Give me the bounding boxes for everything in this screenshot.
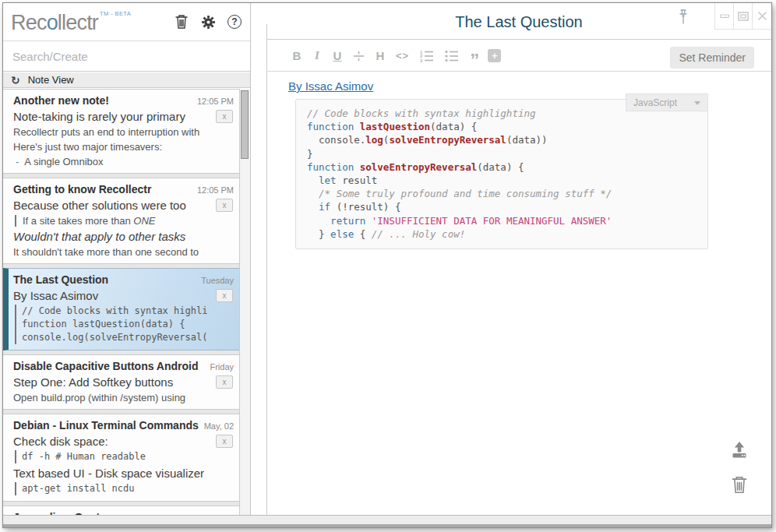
help-question-glyph: ? xyxy=(228,15,242,29)
editor-panel: The Last Question BIUH<>123”+ xyxy=(266,3,771,515)
note-head: Disable Capacitive Buttons AndroidFriday xyxy=(13,360,234,372)
code-line: function lastQuestion(data) { xyxy=(307,120,697,133)
logo-accent-o: o xyxy=(47,11,58,34)
settings-gear-icon[interactable] xyxy=(199,13,217,30)
code-line: let result xyxy=(307,174,697,187)
note-card[interactable]: Debian - Linux Terminal CommandsMay, 02C… xyxy=(3,414,240,502)
note-card[interactable]: Disable Capacitive Buttons AndroidFriday… xyxy=(3,354,240,410)
note-preview-line: console.log(solveEntropyReversal( xyxy=(15,331,234,344)
code-line: } xyxy=(307,147,697,160)
heading-button[interactable]: H xyxy=(373,48,387,64)
note-preview-line: Open build.prop (within /system) using xyxy=(13,392,234,403)
note-title: Getting to know Recollectr xyxy=(13,183,151,196)
code-language-select[interactable]: JavaScript xyxy=(626,93,708,111)
sidebar-scrollbar-thumb[interactable] xyxy=(241,90,249,159)
sidebar-header: RecollectrTM - BETA xyxy=(3,3,250,41)
note-card-selected[interactable]: The Last QuestionTuesdayBy Issac Asimovx… xyxy=(3,268,240,351)
unordered-list-button[interactable] xyxy=(443,48,461,64)
sidebar: RecollectrTM - BETA xyxy=(3,3,251,515)
note-title: Debian - Linux Terminal Commands xyxy=(13,419,199,432)
note-preview-line: By Issac Asimovx xyxy=(13,289,234,302)
help-icon[interactable]: ? xyxy=(226,13,243,30)
note-timestamp: Tuesday xyxy=(201,276,234,285)
add-block-button[interactable]: + xyxy=(488,49,501,62)
window-bottom-bar xyxy=(3,515,771,527)
strikethrough-button[interactable] xyxy=(351,48,367,64)
note-preview-line: Check disk space:x xyxy=(13,435,234,448)
note-preview-line: Recollectr puts an end to interruption w… xyxy=(13,126,234,138)
note-card[interactable]: Another new note!12:05 PMNote-taking is … xyxy=(3,89,240,174)
logo-beta-tag: TM - BETA xyxy=(100,10,131,17)
set-reminder-button[interactable]: Set Reminder xyxy=(670,47,754,69)
code-line: console.log(solveEntropyReversal(data)) xyxy=(307,133,697,146)
code-block[interactable]: JavaScript // Code blocks with syntax hi… xyxy=(295,99,708,249)
bold-button[interactable]: B xyxy=(290,48,304,64)
note-title: The Last Question xyxy=(13,273,108,286)
code-line: return 'INSUFFICIENT DATA FOR MEANINGFUL… xyxy=(307,214,697,227)
note-head: Another new note!12:05 PM xyxy=(13,94,234,107)
code-line: if (!result) { xyxy=(307,200,697,213)
note-close-button[interactable]: x xyxy=(216,289,233,302)
export-upload-icon[interactable] xyxy=(729,441,750,461)
trash-icon[interactable] xyxy=(173,13,190,30)
logo-text-rest: llectr xyxy=(58,11,98,34)
sidebar-scrollbar[interactable] xyxy=(239,89,250,515)
editor-header: The Last Question xyxy=(266,3,771,40)
note-preview-line: // Code blocks with syntax highli xyxy=(15,305,234,318)
note-card[interactable]: Journalism QuotesMay, 01Currently Up: Gl… xyxy=(3,506,240,515)
underline-button[interactable]: U xyxy=(330,48,344,64)
note-timestamp: 12:05 PM xyxy=(197,97,234,106)
italic-button[interactable]: I xyxy=(310,48,324,64)
page-title: The Last Question xyxy=(266,13,771,31)
note-head: Getting to know Recollectr12:05 PM xyxy=(13,183,234,196)
note-preview-line: function lastQuestion(data) { xyxy=(15,318,234,331)
code-line: } else { // ... Holy cow! xyxy=(307,227,697,241)
svg-text:3: 3 xyxy=(420,58,423,62)
note-preview-line: Wouldn't that apply to other tasks xyxy=(13,230,234,243)
app-window: RecollectrTM - BETA xyxy=(2,2,772,528)
note-preview-line: df -h # Human readable xyxy=(15,450,234,463)
note-close-button[interactable]: x xyxy=(216,375,233,389)
delete-note-trash-icon[interactable] xyxy=(731,475,748,497)
note-preview-line: If a site takes more than ONE xyxy=(15,215,234,227)
note-preview-line: Note-taking is rarely your primaryx xyxy=(13,110,234,123)
byline-link[interactable]: By Issac Asimov xyxy=(288,79,373,93)
note-preview-line: Step One: Add Softkey buttonsx xyxy=(13,375,234,389)
code-lines: // Code blocks with syntax highlightingf… xyxy=(307,107,697,241)
note-timestamp: Friday xyxy=(210,362,234,372)
note-preview-line: Text based UI - Disk space visualizer xyxy=(13,467,234,480)
maximize-icon[interactable] xyxy=(734,3,753,29)
note-head: The Last QuestionTuesday xyxy=(13,273,234,286)
note-preview-line: Here's just two major timesavers: xyxy=(13,141,234,153)
note-preview-line: -A single Omnibox xyxy=(13,156,234,167)
notes-list: Another new note!12:05 PMNote-taking is … xyxy=(3,89,240,515)
refresh-icon[interactable]: ↻ xyxy=(11,75,20,86)
note-preview-line: apt-get install ncdu xyxy=(15,482,234,495)
close-icon[interactable] xyxy=(753,3,771,29)
toolbar-buttons: BIUH<>123”+ xyxy=(290,48,501,64)
search-input[interactable] xyxy=(3,42,251,72)
note-title: Another new note! xyxy=(13,94,109,107)
note-close-button[interactable]: x xyxy=(216,110,233,123)
app-logo: RecollectrTM - BETA xyxy=(11,10,131,35)
code-language-value: JavaScript xyxy=(633,97,677,108)
chevron-down-icon xyxy=(694,101,700,105)
note-close-button[interactable]: x xyxy=(216,435,233,448)
note-view-bar[interactable]: ↻ Note View xyxy=(3,72,250,88)
ordered-list-button[interactable]: 123 xyxy=(418,48,436,64)
note-head: Debian - Linux Terminal CommandsMay, 02 xyxy=(13,419,234,432)
window-controls xyxy=(714,3,771,30)
note-timestamp: 12:05 PM xyxy=(197,185,234,195)
code-line: /* Some truly profound and time consumin… xyxy=(307,187,697,200)
quote-button[interactable]: ” xyxy=(467,48,481,64)
note-view-label: Note View xyxy=(28,74,74,86)
list-dash: - xyxy=(16,156,19,167)
minimize-icon[interactable] xyxy=(715,3,734,29)
sidebar-header-icons: ? xyxy=(173,13,243,30)
note-card[interactable]: Getting to know Recollectr12:05 PMBecaus… xyxy=(3,178,240,264)
logo-text: Rec xyxy=(11,11,47,34)
note-close-button[interactable]: x xyxy=(216,199,233,212)
inline-code-button[interactable]: <> xyxy=(393,48,411,64)
pin-icon[interactable] xyxy=(677,9,690,28)
note-preview-line: Because other solutions were toox xyxy=(13,199,234,212)
